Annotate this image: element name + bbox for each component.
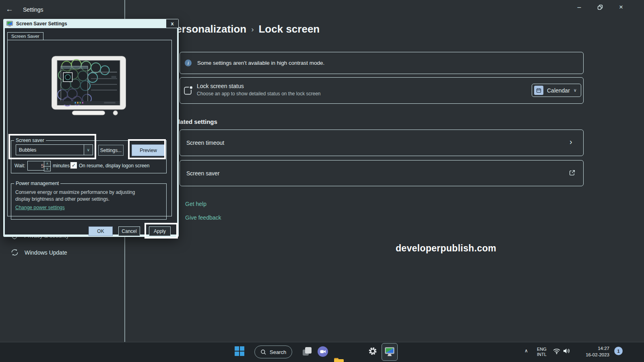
info-icon: i: [185, 60, 192, 66]
cancel-button[interactable]: Cancel: [118, 226, 140, 236]
breadcrumb-separator-icon: ›: [246, 25, 258, 34]
spinner-up-icon[interactable]: ∧: [44, 161, 50, 167]
breadcrumb-parent[interactable]: Personalization: [169, 23, 246, 35]
start-button[interactable]: [235, 346, 244, 356]
sidebar-item-label: Windows Update: [25, 249, 67, 256]
change-power-settings-link[interactable]: Change power settings: [15, 205, 65, 210]
back-arrow-icon[interactable]: ←: [6, 5, 13, 14]
on-resume-label: On resume, display logon screen: [79, 163, 149, 169]
dialog-close-button[interactable]: x: [166, 19, 178, 28]
notification-badge[interactable]: 1: [614, 347, 623, 355]
close-button[interactable]: ×: [615, 2, 627, 12]
taskbar-search[interactable]: Search: [254, 346, 292, 358]
gear-icon: [368, 346, 378, 356]
annotation-apply-button: [144, 223, 178, 239]
tray-expand-chevron[interactable]: ∧: [524, 348, 528, 354]
screen-timeout-row[interactable]: Screen timeout ›: [180, 130, 584, 156]
dialog-body: Screen Saver: [5, 28, 177, 234]
power-management-group: Power management Conserve energy or maxi…: [11, 183, 167, 220]
group-legend: Power management: [14, 181, 60, 186]
screen-saver-settings-dialog: Screen Saver Settings x Screen Saver: [3, 19, 179, 237]
page-title: Lock screen: [258, 23, 320, 35]
lock-screen-status-row: Lock screen status Choose an app to show…: [180, 77, 584, 104]
settings-button[interactable]: Settings...: [98, 145, 124, 156]
language-line1: ENG: [537, 347, 547, 352]
calendar-icon: [534, 86, 543, 95]
spinner-down-icon[interactable]: ∨: [44, 167, 50, 171]
watermark: developerpublish.com: [396, 243, 496, 254]
screen: ← Settings – × Privacy & security Window…: [0, 0, 644, 362]
settings-taskbar-button[interactable]: [368, 346, 378, 358]
chat-button[interactable]: [318, 346, 328, 357]
high-contrast-banner: i Some settings aren't available in high…: [180, 52, 584, 74]
ok-button[interactable]: OK: [89, 226, 113, 236]
app-title: Settings: [23, 6, 43, 13]
lock-status-dropdown[interactable]: Calendar ∨: [532, 84, 581, 97]
search-label: Search: [270, 349, 286, 355]
annotation-preview-button: [128, 139, 166, 159]
tray-clock[interactable]: 14:27 16-02-2023: [583, 346, 609, 358]
screen-saver-app-icon: [384, 346, 395, 358]
tray-date: 16-02-2023: [583, 352, 609, 358]
row-title: Lock screen status: [197, 83, 244, 89]
row-label: Screen saver: [186, 170, 219, 177]
volume-icon[interactable]: [563, 348, 570, 354]
tab-screen-saver[interactable]: Screen Saver: [7, 32, 43, 40]
restore-icon: [597, 4, 603, 10]
dialog-app-icon: [6, 21, 13, 27]
lock-status-icon: [184, 85, 193, 96]
sidebar-item-windows-update[interactable]: Windows Update: [10, 248, 67, 257]
taskbar: Search ∧: [0, 342, 644, 362]
chevron-down-icon: ∨: [574, 88, 577, 93]
language-line2: INTL: [537, 352, 547, 357]
wifi-icon[interactable]: [553, 348, 561, 354]
dialog-titlebar[interactable]: Screen Saver Settings: [3, 19, 179, 28]
give-feedback-link[interactable]: Give feedback: [185, 214, 221, 221]
minimize-button[interactable]: –: [573, 2, 585, 12]
external-link-icon: [569, 169, 576, 176]
tray-time: 14:27: [583, 346, 609, 352]
dropdown-value: Calendar: [547, 87, 570, 94]
chevron-right-icon: ›: [570, 137, 572, 146]
restore-button[interactable]: [594, 2, 606, 12]
dialog-title: Screen Saver Settings: [16, 21, 67, 27]
row-subtitle: Choose an app to show detailed status on…: [197, 91, 321, 97]
screen-saver-app-button[interactable]: [382, 343, 398, 361]
file-explorer-button[interactable]: [334, 358, 344, 362]
update-icon: [10, 248, 19, 257]
task-view-button[interactable]: [303, 347, 312, 356]
search-icon: [260, 349, 266, 355]
breadcrumb: Personalization › Lock screen: [169, 23, 320, 35]
video-chat-icon: [318, 346, 328, 357]
wait-spinner[interactable]: ∧ ∨: [44, 161, 51, 171]
banner-text: Some settings aren't available in high c…: [197, 60, 324, 66]
row-label: Screen timeout: [186, 140, 224, 146]
get-help-link[interactable]: Get help: [185, 201, 206, 207]
wait-label: Wait:: [14, 163, 25, 169]
power-management-text: Conserve energy or maximize performance …: [15, 189, 148, 203]
screen-saver-row[interactable]: Screen saver: [180, 160, 584, 186]
language-indicator[interactable]: ENG INTL: [537, 347, 547, 357]
on-resume-checkbox[interactable]: ✓: [70, 162, 77, 169]
dialog-tab-panel: Screen saver Bubbles ∨ Settings... Previ…: [7, 40, 172, 216]
annotation-screensaver-dropdown: [8, 134, 96, 159]
windows-logo-icon: [235, 346, 239, 351]
minutes-label: minutes: [53, 163, 70, 169]
screensaver-preview-monitor: [51, 56, 126, 119]
